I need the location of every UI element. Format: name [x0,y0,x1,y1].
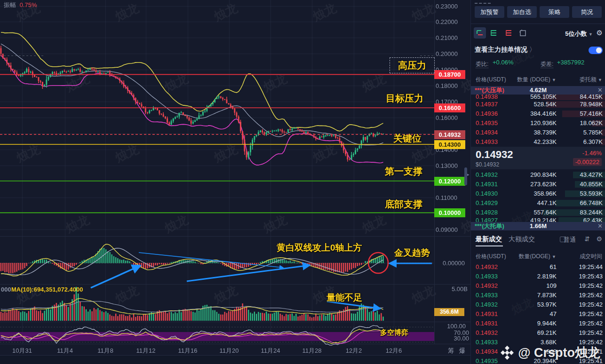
main-orders-toggle[interactable] [589,47,603,54]
book-amount: 5.785K [583,128,603,137]
trade-header-qty[interactable]: 数量(DOGE) ▼ [518,253,556,261]
book-amount: 43.427K [580,170,603,180]
book-price: 0.14931 [476,180,498,189]
price-axis-tick: 0.21000 [436,34,465,41]
order-book-row[interactable]: 0.14935120.936K18.062K [471,119,605,128]
last-price-usd: $0.14932 [476,161,499,168]
amplitude-label: 振幅 [4,1,16,8]
high-pressure-label: 高压力 [398,59,426,72]
trade-price: 0.14933 [476,338,498,347]
trade-time: 19:25:42 [579,309,603,319]
price-axis-tick: 0.13000 [436,162,465,169]
trade-qty: 69.21K [537,328,557,338]
big-buy-order-banner: ***(大托单) 1.66M ✕ [471,222,605,230]
panel-button-3[interactable]: 策略 [540,6,569,18]
book-qty: 120.936K [530,119,557,128]
gear-icon[interactable]: ⚙ [597,29,603,37]
close-icon[interactable]: ✕ [597,222,603,230]
annotation-text: 多空博弈 [380,328,408,337]
trade-price: 0.14932 [476,328,498,338]
main-chart-canvas[interactable] [0,0,470,364]
diff-label: 委差: [541,61,553,68]
book-price: 0.14929 [476,198,498,208]
book-mode-split-icon[interactable] [476,29,484,37]
book-amount: 53.593K [580,189,603,198]
trade-row[interactable]: 0.1493210919:25:42 [471,281,605,291]
date-axis-tick: 12月6 [386,347,402,355]
panel-button-4[interactable]: 简况 [572,6,602,18]
indicator-axis-label: 30.00 [443,335,469,342]
change-value: -0.00222 [573,158,602,166]
order-book-row[interactable]: 0.14929447.1K66.748K [471,198,605,208]
order-book-row[interactable]: 0.1493342.233K6.307K [471,137,605,147]
trade-row[interactable]: 0.149314719:25:42 [471,309,605,319]
order-book-row[interactable]: 0.14937528.54K78.948K [471,100,605,109]
chip-button-爆[interactable]: 爆 [459,347,465,355]
tab-latest-trades[interactable]: 最新成交 [476,235,502,244]
trade-row[interactable]: 0.149337.873K19:25:42 [471,291,605,300]
price-axis-tick: 0.18000 [436,82,465,89]
trade-row[interactable]: 0.149319.944K19:25:42 [471,319,605,328]
panel-button-2[interactable]: 加自选 [507,6,537,18]
add-panel-icon[interactable] [519,29,526,37]
axis-scroll-arrow-icon[interactable]: ▸ [467,172,470,177]
order-book-row[interactable]: 0.14930358.96K53.593K [471,189,605,198]
order-book-row[interactable]: 0.14936384.416K57.416K [471,109,605,119]
date-axis-tick: 11月20 [220,347,239,355]
book-amount: 78.948K [580,100,603,109]
trade-price: 0.14932 [476,262,498,272]
trade-price: 0.14933 [476,272,498,281]
date-axis-tick: 11月16 [178,347,198,355]
price-axis-tick: 0.23000 [436,3,465,10]
amplitude-value: 0.75% [20,1,37,8]
book-qty: 290.834K [530,170,557,180]
annotation-text: 目标压力 [386,92,423,105]
order-book-row[interactable]: 0.14931273.623K40.855K [471,180,605,189]
panel-button-1[interactable]: 加预警 [475,6,504,18]
gear-icon[interactable]: ⚙ [596,235,602,243]
close-icon[interactable]: ✕ [597,86,603,95]
level-badge: 0.10000 [434,208,465,217]
order-book-row[interactable]: 0.14932290.834K43.427K [471,170,605,180]
book-amount: 66.748K [580,198,603,208]
main-orders-link[interactable]: 查看主力挂单情况 〉 [475,46,536,54]
trade-time: 19:25:42 [579,300,603,309]
trade-row[interactable]: 0.1493253.97K19:25:42 [471,300,605,309]
trade-row[interactable]: 0.149326119:25:44 [471,262,605,272]
book-header-qty[interactable]: 数量 (DOGE) ▼ [517,76,556,84]
level-badge: 0.12000 [434,177,465,186]
chip-button-筹[interactable]: 筹 [448,347,454,355]
level-badge: 0.18700 [434,70,465,79]
trade-qty: 109 [546,281,557,291]
toggle-knob [596,47,602,53]
normal-checkbox-label: 普通 [564,236,576,244]
date-axis-tick: 11月24 [261,347,280,355]
chart-section: 振幅 0.75% 0.230000.220000.210000.200000.1… [0,0,470,364]
date-axis-tick: 11月4 [57,347,73,355]
book-qty: 358.96K [534,189,557,198]
order-book-row[interactable]: 0.1493438.739K5.785K [471,128,605,137]
trade-row[interactable]: 0.149332.819K19:25:43 [471,272,605,281]
trade-time: 19:25:42 [579,328,603,338]
book-price: 0.14933 [476,137,498,147]
trade-row[interactable]: 0.1493269.21K19:25:42 [471,328,605,338]
book-mode-sell-icon[interactable] [505,29,513,37]
trade-time: 19:25:42 [579,291,603,300]
book-header-amount[interactable]: 委托额 ▼ [580,76,602,84]
indicator-axis-label: 0.00000 [438,260,465,267]
book-amount: 18.062K [580,119,603,128]
trade-time: 19:25:44 [579,262,603,272]
trade-header-price: 价格(USDT) [476,253,506,261]
date-axis-tick: 11月28 [302,347,322,355]
book-mode-buy-icon[interactable] [490,29,498,37]
level-badge: 0.14300 [434,140,465,149]
date-axis-tick: 10月31 [12,347,32,355]
volume-axis-badge: 356.6M [434,308,464,316]
trade-qty: 2.819K [537,272,557,281]
tab-large-trades[interactable]: 大额成交 [509,235,535,244]
book-amount: 40.855K [580,180,603,189]
decimal-precision-select[interactable]: 5位小数 ▼ [565,30,593,38]
trade-time: 19:25:42 [579,281,603,291]
last-price: 0.14932 [476,149,513,161]
sort-icon[interactable]: ⇵ [584,235,590,243]
